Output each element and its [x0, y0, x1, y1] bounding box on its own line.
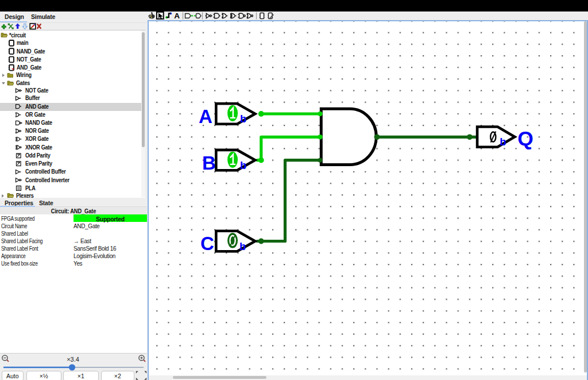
- svg-text:A: A: [174, 11, 180, 20]
